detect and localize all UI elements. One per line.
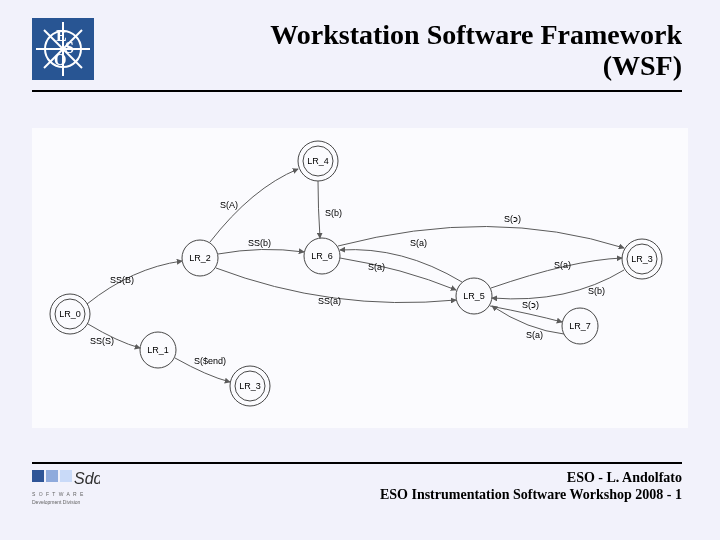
edge-label-so-r1: S(ɔ) — [522, 300, 539, 310]
edge-label-sb-r: S(b) — [588, 286, 605, 296]
diagram-panel: LR_4 LR_0 LR_3 LR_3 — [32, 128, 688, 428]
svg-text:LR_5: LR_5 — [463, 291, 485, 301]
sdd-logo: Sdd S O F T W A R E Development Division — [32, 470, 100, 510]
svg-rect-26 — [60, 470, 72, 482]
edge-lr2-lr6-b — [218, 249, 304, 254]
footer-credit: ESO - L. Andolfato ESO Instrumentation S… — [380, 470, 682, 504]
edge-label-sa-r2: S(a) — [554, 260, 571, 270]
svg-text:LR_3: LR_3 — [631, 254, 653, 264]
svg-text:LR_2: LR_2 — [189, 253, 211, 263]
edge-lr6-lr5 — [340, 258, 456, 290]
edge-label-so-top: S(ɔ) — [504, 214, 521, 224]
edge-label-sa-up: S(A) — [220, 200, 238, 210]
edge-lr5-lr6 — [340, 250, 462, 282]
edge-lr6-lr3r — [338, 226, 624, 248]
edge-label-ssa: SS(a) — [318, 296, 341, 306]
svg-text:LR_1: LR_1 — [147, 345, 169, 355]
svg-text:LR_7: LR_7 — [569, 321, 591, 331]
credit-line-1: ESO - L. Andolfato — [380, 470, 682, 487]
node-lr1: LR_1 — [140, 332, 176, 368]
edge-label-ssb: SS(B) — [110, 275, 134, 285]
svg-text:LR_4: LR_4 — [307, 156, 329, 166]
edge-label-sss: SS(S) — [90, 336, 114, 346]
eso-logo: E S O — [32, 18, 94, 80]
edge-label-send: S($end) — [194, 356, 226, 366]
node-lr7: LR_7 — [562, 308, 598, 344]
eso-logo-letter-o: O — [54, 51, 66, 68]
node-lr6: LR_6 — [304, 238, 340, 274]
footer-bar: Sdd S O F T W A R E Development Division… — [32, 462, 682, 516]
node-lr3-left: LR_3 — [230, 366, 270, 406]
header-bar: E S O Workstation Software Framework (WS… — [32, 18, 682, 92]
svg-text:S O F T W A R E: S O F T W A R E — [32, 491, 84, 497]
node-lr5: LR_5 — [456, 278, 492, 314]
node-lr2: LR_2 — [182, 240, 218, 276]
edge-label-sa-r3: S(a) — [526, 330, 543, 340]
node-lr0: LR_0 — [50, 294, 90, 334]
credit-line-2: ESO Instrumentation Software Workshop 20… — [380, 487, 682, 504]
node-lr3-right: LR_3 — [622, 239, 662, 279]
svg-text:Sdd: Sdd — [74, 470, 100, 487]
state-diagram: LR_4 LR_0 LR_3 LR_3 — [32, 128, 688, 428]
title-line-2: (WSF) — [94, 51, 682, 82]
edge-label-sb-mid: S(b) — [325, 208, 342, 218]
title-line-1: Workstation Software Framework — [94, 20, 682, 51]
svg-text:Development Division: Development Division — [32, 499, 81, 505]
svg-rect-25 — [46, 470, 58, 482]
edge-lr4-lr6 — [318, 181, 320, 238]
edge-label-ssb2: SS(b) — [248, 238, 271, 248]
svg-text:LR_3: LR_3 — [239, 381, 261, 391]
node-lr4: LR_4 — [298, 141, 338, 181]
edge-lr0-lr2 — [87, 261, 182, 304]
edge-label-sa-r1: S(a) — [410, 238, 427, 248]
svg-text:LR_0: LR_0 — [59, 309, 81, 319]
svg-rect-24 — [32, 470, 44, 482]
edge-label-sa-mid: S(a) — [368, 262, 385, 272]
svg-text:LR_6: LR_6 — [311, 251, 333, 261]
title-wrap: Workstation Software Framework (WSF) — [94, 18, 682, 82]
